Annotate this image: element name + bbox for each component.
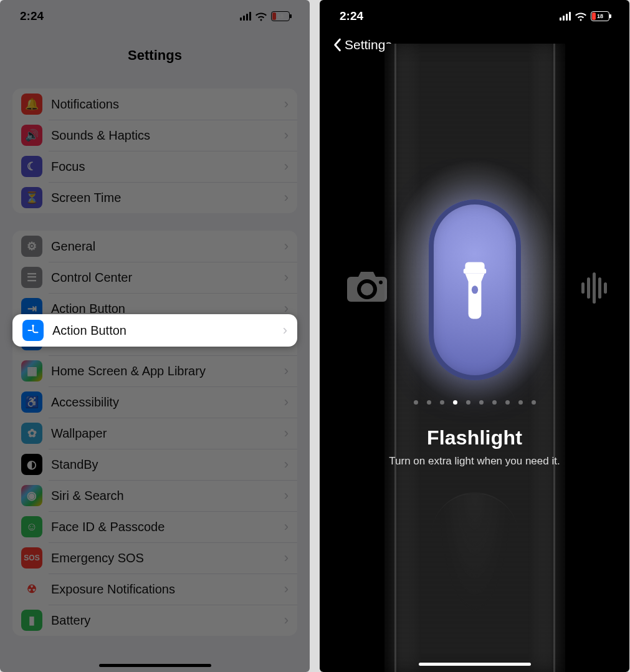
settings-row[interactable]: ☰Control Center› [12, 262, 297, 293]
chevron-right-icon: › [284, 425, 289, 441]
settings-row-label: Siri & Search [51, 489, 284, 503]
siri-icon: ◉ [21, 485, 42, 506]
action-button-preview [429, 199, 521, 380]
settings-row-label: Battery [51, 613, 284, 628]
settings-row-label: StandBy [51, 458, 284, 472]
status-time: 2:24 [20, 9, 44, 23]
hourglass-icon: ⏳ [21, 187, 42, 208]
action-title: Flashlight [320, 426, 629, 449]
settings-group-1: 🔔Notifications›🔊Sounds & Haptics›☾Focus›… [12, 89, 297, 213]
settings-group-2: ⚙General›☰Control Center›⇥Action Button›… [12, 231, 297, 636]
chevron-right-icon: › [284, 158, 289, 175]
page-dot[interactable] [466, 400, 470, 405]
page-dot[interactable] [427, 400, 431, 405]
moon-icon: ☾ [21, 156, 42, 177]
settings-row-label: Control Center [51, 271, 284, 285]
status-bar: 2:24 18 [320, 0, 629, 32]
settings-row[interactable]: ⚙General› [12, 231, 297, 262]
faceid-icon: ☺ [21, 516, 42, 537]
settings-screen: 2:24 18 Settings 🔔Notifications›🔊Sounds … [0, 0, 310, 672]
chevron-right-icon: › [284, 550, 289, 566]
carousel-next-option[interactable] [581, 269, 607, 307]
battery-icon: ▮ [21, 610, 42, 631]
settings-row-label: Exposure Notifications [51, 582, 284, 597]
page-dot[interactable] [414, 400, 418, 405]
chevron-right-icon: › [284, 519, 289, 535]
standby-icon: ◐ [21, 454, 42, 475]
settings-row[interactable]: ▦Home Screen & App Library› [12, 355, 297, 386]
settings-row-label: General [51, 239, 284, 254]
settings-row-label: Wallpaper [51, 426, 284, 441]
battery-indicator: 18 [271, 11, 290, 21]
action-button-config-screen: 2:24 18 Settings [320, 0, 629, 672]
gear-icon: ⚙ [21, 236, 42, 257]
settings-row[interactable]: SOSEmergency SOS› [12, 542, 297, 574]
grid-icon: ▦ [21, 360, 42, 382]
wifi-icon [575, 12, 587, 21]
page-dot[interactable] [492, 400, 497, 405]
cellular-signal-icon [240, 12, 251, 21]
settings-row-label: Face ID & Passcode [51, 520, 284, 534]
settings-row-label: Screen Time [51, 191, 284, 205]
settings-row-label: Notifications [51, 97, 284, 112]
speaker-icon: 🔊 [21, 125, 42, 146]
settings-row-label: Sounds & Haptics [51, 128, 284, 143]
status-bar: 2:24 18 [0, 0, 310, 32]
action-button-carousel[interactable]: Flashlight Turn on extra light when you … [320, 44, 629, 672]
chevron-right-icon: › [284, 487, 289, 504]
settings-row-label: Home Screen & App Library [51, 364, 284, 378]
chevron-right-icon: › [284, 612, 289, 628]
page-dot[interactable] [453, 400, 457, 405]
bell-icon: 🔔 [21, 94, 42, 115]
settings-row[interactable]: ▮Battery› [12, 605, 297, 636]
chevron-right-icon: › [284, 96, 289, 112]
chevron-right-icon: › [284, 394, 289, 410]
chevron-right-icon: › [284, 127, 289, 143]
silent-mode-icon [581, 272, 607, 304]
camera-icon [345, 269, 389, 304]
chevron-right-icon: › [284, 581, 289, 597]
battery-indicator: 18 [591, 11, 609, 21]
page-title: Settings [0, 32, 310, 81]
svg-rect-2 [463, 269, 485, 274]
action-subtitle: Turn on extra light when you need it. [320, 455, 629, 468]
settings-row[interactable]: ☺Face ID & Passcode› [12, 511, 297, 542]
chevron-right-icon: › [284, 190, 289, 206]
settings-row[interactable]: ◐StandBy› [12, 449, 297, 480]
chevron-right-icon: › [283, 322, 287, 338]
settings-row[interactable]: ☢Exposure Notifications› [12, 574, 297, 605]
page-dot[interactable] [440, 400, 444, 405]
page-dot[interactable] [532, 400, 536, 405]
accessibility-icon: ♿ [21, 391, 42, 413]
carousel-prev-option[interactable] [345, 269, 389, 307]
settings-row[interactable]: 🔊Sounds & Haptics› [12, 120, 297, 151]
button-reflection [431, 492, 518, 636]
home-indicator[interactable] [419, 663, 531, 666]
flashlight-icon [459, 261, 491, 319]
home-indicator[interactable] [99, 664, 211, 667]
settings-row[interactable]: 🔔Notifications› [12, 89, 297, 120]
settings-row-action-button[interactable]: Action Button › [12, 314, 297, 347]
page-dot[interactable] [505, 400, 510, 405]
chevron-right-icon: › [284, 363, 289, 379]
chevron-right-icon: › [284, 238, 289, 254]
settings-row-label: Focus [51, 160, 284, 174]
settings-row[interactable]: ⏳Screen Time› [12, 182, 297, 213]
wifi-icon [255, 12, 267, 21]
page-dot[interactable] [479, 400, 484, 405]
settings-row[interactable]: ✿Wallpaper› [12, 418, 297, 449]
page-dot[interactable] [518, 400, 523, 405]
settings-row-label: Emergency SOS [51, 551, 284, 565]
settings-row[interactable]: ♿Accessibility› [12, 386, 297, 418]
page-indicator[interactable] [320, 400, 629, 405]
chevron-right-icon: › [284, 269, 289, 286]
svg-point-3 [471, 286, 477, 294]
cellular-signal-icon [560, 12, 571, 21]
sos-icon: SOS [21, 547, 42, 569]
settings-row-label: Accessibility [51, 395, 284, 410]
settings-row[interactable]: ☾Focus› [12, 151, 297, 182]
flower-icon: ✿ [21, 423, 42, 444]
action-button-icon [22, 320, 44, 341]
svg-point-0 [32, 325, 34, 327]
settings-row[interactable]: ◉Siri & Search› [12, 480, 297, 511]
